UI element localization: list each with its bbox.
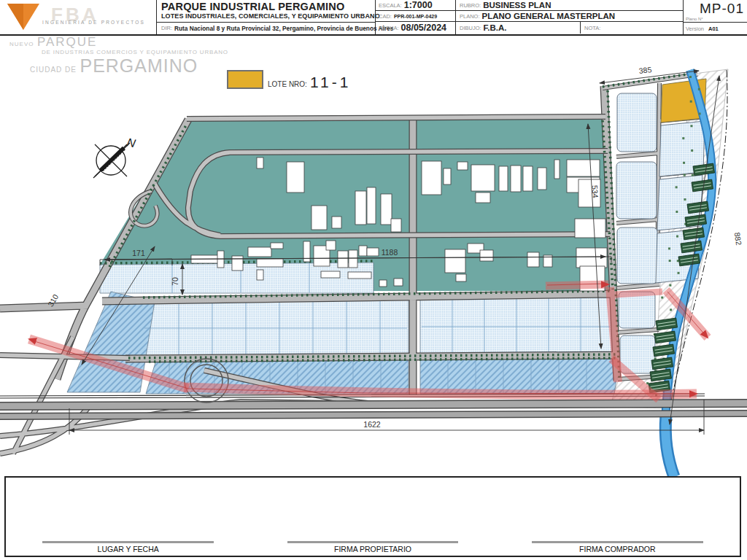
sheet-number: MP-01 <box>684 0 747 17</box>
nota-label: NOTA: <box>584 25 600 31</box>
plan-info-cell: RUBRO: BUSINESS PLAN PLANO: PLANO GENERA… <box>456 0 683 34</box>
scale-cell: ESCALA: 1:7000 CAD: PPR-001-MP-0429 FECH… <box>376 0 456 34</box>
signature-label: FIRMA PROPIETARIO <box>250 545 495 553</box>
version-value: A01 <box>708 26 719 32</box>
plan-heading: NUEVO PARQUE DE INDUSTRIAS COMERCIOS Y E… <box>9 36 228 75</box>
signature-line <box>532 541 703 543</box>
signature-field: FIRMA COMPRADOR <box>495 541 740 556</box>
cad-label: CAD: <box>379 13 392 20</box>
heading-pergamino: PERGAMINO <box>80 55 198 76</box>
lot-row-a1 <box>128 296 409 357</box>
signature-label: LUGAR Y FECHA <box>6 545 250 553</box>
signature-line <box>42 541 214 543</box>
dim-1188: 1188 <box>382 248 398 257</box>
dir-value: Ruta Nacional 8 y Ruta Provincial 32, Pe… <box>174 25 393 32</box>
lot-row-a2 <box>420 293 619 355</box>
plano-label: PLANO: <box>460 13 480 20</box>
heading-line2: DE INDUSTRIAS COMERCIOS Y EQUIPAMIENTO U… <box>42 50 228 55</box>
dir-label: DIR: <box>161 25 172 31</box>
north-arrow-icon: N <box>93 136 137 178</box>
escala-label: ESCALA: <box>379 2 402 9</box>
signature-box: LUGAR Y FECHA FIRMA PROPIETARIO FIRMA CO… <box>4 476 741 557</box>
dibujo-value: F.B.A. <box>484 23 507 32</box>
fba-logo-icon <box>6 2 41 31</box>
signature-field: FIRMA PROPIETARIO <box>250 541 495 556</box>
heading-ciudad-de: CIUDAD DE <box>30 66 77 74</box>
version-label: Version <box>686 26 704 32</box>
sheet-number-label: Plano N° <box>686 17 703 21</box>
heading-nuevo: NUEVO <box>9 41 34 47</box>
dim-1622: 1622 <box>363 420 381 429</box>
dibujo-label: DIBUJO: <box>460 25 481 31</box>
project-title: PARQUE INDUSTRIAL PERGAMINO <box>161 1 371 12</box>
signature-label: FIRMA COMPRADOR <box>495 545 740 553</box>
masterplan-sheet: 385 534 882 310 171 1188 70 1622 N <box>0 0 747 560</box>
logo-cell: FBA INGENIERIA DE PROYECTOS <box>0 0 156 34</box>
heading-parque: PARQUE <box>37 35 98 49</box>
plano-value: PLANO GENERAL MASTERPLAN <box>482 12 616 20</box>
dim-882: 882 <box>733 232 743 246</box>
project-cell: PARQUE INDUSTRIAL PERGAMINO LOTES INDUST… <box>156 0 376 34</box>
signature-line <box>287 541 459 543</box>
lot-legend: LOTE NRO: 11-1 <box>227 70 351 89</box>
north-letter: N <box>125 136 136 149</box>
lot-color-swatch <box>227 70 263 89</box>
lot-legend-value: 11-1 <box>310 76 351 89</box>
title-block: FBA INGENIERIA DE PROYECTOS PARQUE INDUS… <box>0 0 747 36</box>
dim-385: 385 <box>638 65 652 75</box>
dim-534: 534 <box>590 185 600 198</box>
project-subtitle: LOTES INDUSTRIALES, COMERCIALES, Y EQUIP… <box>161 12 371 20</box>
fecha-value: 08/05/2024 <box>401 23 447 33</box>
cad-value: PPR-001-MP-0429 <box>394 14 437 19</box>
dim-70: 70 <box>171 277 179 286</box>
lot-row-b2 <box>420 356 620 394</box>
dim-171: 171 <box>132 249 145 257</box>
lot-legend-label: LOTE NRO: <box>268 80 307 88</box>
sheet-number-cell: MP-01 Plano N° Version A01 <box>683 0 747 34</box>
rubro-value: BUSINESS PLAN <box>483 1 551 9</box>
escala-value: 1:7000 <box>404 0 433 10</box>
fecha-label: FECHA: <box>379 25 399 31</box>
rubro-label: RUBRO: <box>460 2 481 9</box>
signature-field: LUGAR Y FECHA <box>6 541 250 556</box>
logo-tagline: INGENIERIA DE PROYECTOS <box>42 20 145 25</box>
